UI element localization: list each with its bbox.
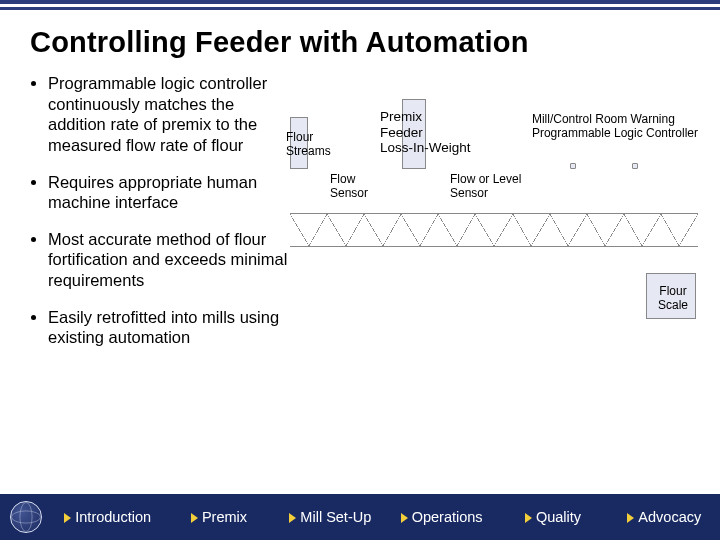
nav-quality[interactable]: Quality xyxy=(497,509,608,525)
nav-label: Mill Set-Up xyxy=(300,509,371,525)
play-icon xyxy=(525,513,532,523)
bullet-item: Most accurate method of flour fortificat… xyxy=(48,229,290,291)
bullet-list: Programmable logic controller continuous… xyxy=(30,73,290,383)
flow-sensor-label: Flow Sensor xyxy=(330,173,368,201)
nav-label: Introduction xyxy=(75,509,151,525)
nav-label: Premix xyxy=(202,509,247,525)
bullet-item: Easily retrofitted into mills using exis… xyxy=(48,307,290,348)
globe-icon xyxy=(10,501,42,533)
connector-dot xyxy=(632,163,638,169)
play-icon xyxy=(64,513,71,523)
flow-level-sensor-label: Flow or Level Sensor xyxy=(450,173,521,201)
nav-introduction[interactable]: Introduction xyxy=(52,509,163,525)
play-icon xyxy=(289,513,296,523)
nav-label: Advocacy xyxy=(638,509,701,525)
play-icon xyxy=(191,513,198,523)
nav-advocacy[interactable]: Advocacy xyxy=(609,509,720,525)
bullet-item: Programmable logic controller continuous… xyxy=(48,73,290,156)
nav-mill-setup[interactable]: Mill Set-Up xyxy=(275,509,386,525)
controller-label: Mill/Control Room Warning Programmable L… xyxy=(532,113,698,141)
premix-feeder-label: Premix Feeder Loss-In-Weight xyxy=(380,109,471,156)
flour-scale-label: Flour Scale xyxy=(658,285,688,313)
globe-logo xyxy=(0,494,52,540)
flour-streams-label: Flour Streams xyxy=(286,131,331,159)
nav-label: Quality xyxy=(536,509,581,525)
nav-label: Operations xyxy=(412,509,483,525)
page-title: Controlling Feeder with Automation xyxy=(0,10,720,73)
screw-conveyor xyxy=(290,213,698,247)
connector-dot xyxy=(570,163,576,169)
nav-operations[interactable]: Operations xyxy=(386,509,497,525)
bullet-item: Requires appropriate human machine inter… xyxy=(48,172,290,213)
play-icon xyxy=(627,513,634,523)
process-diagram: Flour Streams Premix Feeder Loss-In-Weig… xyxy=(290,73,698,383)
nav-premix[interactable]: Premix xyxy=(163,509,274,525)
play-icon xyxy=(401,513,408,523)
bottom-nav: Introduction Premix Mill Set-Up Operatio… xyxy=(0,494,720,540)
